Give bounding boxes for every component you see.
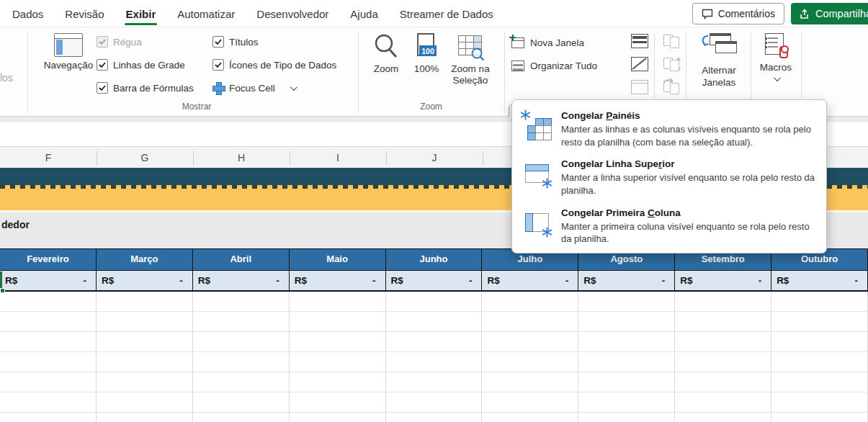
- month-header-cell[interactable]: Abril: [193, 249, 290, 270]
- checkbox-regua[interactable]: Régua: [97, 35, 142, 49]
- excel-window: Dados Revisão Exibir Automatizar Desenvo…: [0, 0, 868, 422]
- checkbox-label: Ícones de Tipo de Dados: [229, 60, 336, 71]
- month-header-cell[interactable]: Junho: [386, 249, 483, 270]
- selection-fill-handle[interactable]: [0, 288, 5, 293]
- tab-automatizar[interactable]: Automatizar: [176, 1, 236, 27]
- navigation-pane-label: Navegação: [44, 60, 93, 71]
- comments-button-label: Comentários: [718, 8, 775, 19]
- checkbox-titulos[interactable]: Títulos: [212, 35, 259, 49]
- checkbox-icones-tipo-dados[interactable]: Ícones de Tipo de Dados: [212, 58, 336, 72]
- menu-item-title: Congelar Primeira Coluna: [561, 207, 818, 218]
- value-cell[interactable]: R$-: [386, 271, 483, 290]
- menu-item-congelar-paineis[interactable]: Congelar Painéis Manter as linhas e as c…: [512, 105, 826, 153]
- value-cell[interactable]: R$-: [578, 271, 675, 290]
- group-divider: [504, 32, 505, 112]
- tab-ajuda[interactable]: Ajuda: [349, 1, 379, 27]
- arrange-all-icon: [511, 60, 524, 71]
- checkbox-label: Régua: [113, 37, 142, 48]
- menu-item-congelar-linha-superior[interactable]: Congelar Linha Superior Manter a linha s…: [512, 153, 826, 202]
- value-cell[interactable]: R$-: [193, 271, 290, 290]
- value-cell[interactable]: R$-: [675, 271, 771, 290]
- tab-revisao[interactable]: Revisão: [63, 1, 105, 27]
- menu-item-description: Manter as linhas e as colunas visíveis e…: [561, 123, 818, 148]
- zoom-to-selection-label-line2: Seleção: [453, 75, 488, 86]
- checkbox-linhas-de-grade[interactable]: Linhas de Grade: [97, 58, 185, 72]
- value-dash: -: [855, 275, 859, 286]
- column-header-f[interactable]: F: [0, 147, 97, 169]
- currency-label: R$: [391, 275, 403, 286]
- column-separator: [97, 151, 97, 166]
- month-header-cell[interactable]: Maio: [290, 249, 386, 270]
- column-header-h[interactable]: H: [193, 147, 290, 169]
- currency-label: R$: [295, 275, 307, 286]
- month-header-cell[interactable]: Março: [97, 249, 193, 270]
- column-separator: [193, 151, 194, 166]
- share-button[interactable]: Compartilhar: [791, 3, 868, 24]
- zoom-to-selection-button[interactable]: Zoom na Seleção: [447, 33, 494, 86]
- unhide-window-button[interactable]: [631, 80, 648, 94]
- share-icon: [800, 9, 810, 19]
- switch-windows-label-line1: Alternar: [702, 65, 735, 76]
- value-dash: -: [759, 275, 762, 286]
- new-window-label: Nova Janela: [530, 37, 584, 48]
- zoom-button-label: Zoom: [374, 63, 399, 75]
- focus-cell-icon: [212, 82, 224, 94]
- chevron-down-icon: [773, 74, 780, 81]
- ribbon-tab-bar: Dados Revisão Exibir Automatizar Desenvo…: [0, 0, 868, 27]
- value-dash: -: [565, 275, 569, 286]
- menu-item-description: Manter a linha superior visível enquanto…: [561, 171, 818, 197]
- magnifier-icon: [373, 33, 399, 60]
- checkbox-label: Títulos: [229, 37, 259, 48]
- navigation-pane-button[interactable]: Navegação: [36, 33, 101, 71]
- comments-button[interactable]: Comentários: [692, 3, 784, 24]
- arrange-all-button[interactable]: Organizar Tudo: [511, 58, 597, 73]
- value-cell[interactable]: R$-: [482, 271, 578, 290]
- column-separator: [386, 151, 387, 166]
- currency-label: R$: [680, 275, 692, 286]
- hide-window-button[interactable]: [631, 57, 648, 71]
- checkbox-icon: [97, 82, 108, 94]
- switch-windows-button[interactable]: Alternar Janelas: [690, 32, 748, 89]
- cutoff-row-label: dedor: [1, 219, 30, 230]
- value-cell[interactable]: R$-: [290, 271, 386, 290]
- value-dash: -: [179, 275, 183, 286]
- freeze-top-row-icon: [521, 158, 554, 192]
- group-divider: [358, 32, 359, 112]
- value-cell[interactable]: R$-: [97, 271, 193, 290]
- split-button[interactable]: [631, 34, 648, 48]
- checkbox-barra-de-formulas[interactable]: Barra de Fórmulas: [97, 81, 194, 95]
- zoom-100-button[interactable]: 100 100%: [408, 33, 445, 75]
- month-header-cell[interactable]: Fevereiro: [0, 249, 97, 270]
- chevron-down-icon[interactable]: [290, 84, 297, 91]
- new-window-button[interactable]: Nova Janela: [511, 35, 584, 50]
- value-cell[interactable]: R$-: [0, 271, 97, 290]
- column-header-g[interactable]: G: [97, 147, 193, 169]
- reset-window-position-button[interactable]: [663, 80, 680, 94]
- focus-cell-button[interactable]: Focus Cell: [212, 81, 295, 95]
- tab-streamer-de-dados[interactable]: Streamer de Dados: [398, 1, 495, 27]
- column-header-j[interactable]: J: [386, 147, 483, 169]
- comment-bubble-icon: [702, 9, 713, 19]
- switch-windows-label-line2: Janelas: [702, 77, 736, 89]
- value-dash: -: [372, 275, 376, 286]
- zoom-button[interactable]: Zoom: [367, 33, 405, 75]
- tab-exibir[interactable]: Exibir: [125, 1, 158, 27]
- focus-cell-label: Focus Cell: [229, 83, 275, 94]
- value-dash: -: [83, 275, 86, 286]
- spreadsheet-grid[interactable]: [0, 292, 868, 422]
- view-side-by-side-button[interactable]: [663, 34, 680, 48]
- tab-desenvolvedor[interactable]: Desenvolvedor: [255, 1, 330, 27]
- column-separator: [290, 151, 290, 166]
- freeze-panes-menu: Congelar Painéis Manter as linhas e as c…: [511, 99, 827, 253]
- navigation-pane-icon: [54, 33, 83, 57]
- tab-dados[interactable]: Dados: [11, 1, 45, 27]
- column-header-i[interactable]: I: [290, 147, 386, 169]
- cutoff-ribbon-text: los: [0, 72, 13, 84]
- menu-item-congelar-primeira-coluna[interactable]: Congelar Primeira Coluna Manter a primei…: [512, 202, 826, 251]
- value-cell[interactable]: R$-: [771, 271, 868, 290]
- synchronous-scrolling-button[interactable]: [663, 57, 680, 71]
- checkbox-icon: [97, 36, 108, 48]
- checkbox-label: Barra de Fórmulas: [113, 83, 194, 94]
- currency-label: R$: [198, 275, 210, 286]
- macros-button[interactable]: Macros: [755, 32, 797, 81]
